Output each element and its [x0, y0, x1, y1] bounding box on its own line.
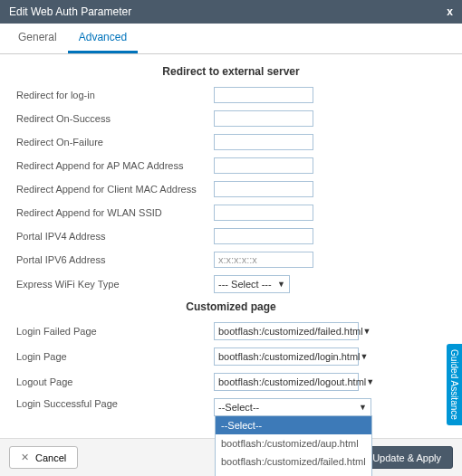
- row-express-wifi-key: Express WiFi Key Type --- Select --- ▼: [16, 275, 446, 293]
- select-login-success-value: --Select--: [218, 402, 259, 413]
- input-redirect-on-success[interactable]: [214, 110, 313, 127]
- dropdown-item[interactable]: bootflash:/customized/aup.html: [216, 434, 371, 452]
- close-icon[interactable]: x: [447, 5, 453, 18]
- label-redirect-on-success: Redirect On-Success: [16, 113, 214, 124]
- label-portal-ipv6: Portal IPV6 Address: [16, 254, 214, 265]
- input-redirect-append-client-mac[interactable]: [214, 181, 313, 197]
- x-icon: ✕: [21, 452, 29, 463]
- label-redirect-append-ap-mac: Redirect Append for AP MAC Address: [16, 160, 214, 171]
- select-login-success-page[interactable]: --Select-- ▼ --Select-- bootflash:/custo…: [214, 398, 371, 416]
- dropdown-item[interactable]: --Select--: [216, 416, 371, 434]
- row-redirect-on-failure: Redirect On-Failure: [16, 134, 446, 150]
- label-redirect-on-failure: Redirect On-Failure: [16, 137, 214, 148]
- guided-assistance-tab[interactable]: Guided Assitance: [447, 344, 462, 425]
- chevron-down-icon: ▼: [363, 327, 371, 336]
- input-redirect-append-wlan-ssid[interactable]: [214, 205, 313, 221]
- input-redirect-append-ap-mac[interactable]: [214, 157, 313, 174]
- row-portal-ipv6: Portal IPV6 Address: [16, 252, 446, 268]
- chevron-down-icon: ▼: [359, 403, 367, 412]
- select-logout-value: bootflash:/customized/logout.html: [218, 376, 366, 387]
- row-login-success-page: Login Successful Page --Select-- ▼ --Sel…: [16, 398, 446, 416]
- input-redirect-on-failure[interactable]: [214, 134, 313, 150]
- select-logout-page[interactable]: bootflash:/customized/logout.html ▼: [214, 373, 359, 391]
- input-portal-ipv6[interactable]: [214, 252, 313, 268]
- row-login-failed-page: Login Failed Page bootflash:/customized/…: [16, 322, 446, 340]
- chevron-down-icon: ▼: [361, 352, 369, 361]
- section-customized-title: Customized page: [16, 300, 446, 313]
- row-redirect-append-wlan-ssid: Redirect Append for WLAN SSID: [16, 205, 446, 221]
- dropdown-item[interactable]: bootflash:/customized/login.html: [216, 471, 371, 476]
- tab-general[interactable]: General: [7, 24, 68, 53]
- label-express-wifi-key: Express WiFi Key Type: [16, 279, 214, 290]
- dropdown-item[interactable]: bootflash:/customized/failed.html: [216, 452, 371, 471]
- select-login-page[interactable]: bootflash:/customized/login.html ▼: [214, 347, 359, 366]
- row-redirect-append-client-mac: Redirect Append for Client MAC Address: [16, 181, 446, 197]
- row-login-page: Login Page bootflash:/customized/login.h…: [16, 347, 446, 366]
- row-portal-ipv4: Portal IPV4 Address: [16, 228, 446, 244]
- label-logout-page: Logout Page: [16, 376, 214, 387]
- label-login-failed-page: Login Failed Page: [16, 326, 214, 337]
- label-redirect-login: Redirect for log-in: [16, 90, 214, 100]
- section-redirect-title: Redirect to external server: [16, 65, 446, 78]
- input-redirect-login[interactable]: [214, 87, 313, 103]
- cancel-label: Cancel: [35, 452, 66, 463]
- modal-title: Edit Web Auth Parameter: [9, 5, 131, 18]
- label-redirect-append-client-mac: Redirect Append for Client MAC Address: [16, 184, 214, 195]
- tab-bar: General Advanced: [0, 24, 462, 54]
- select-login-failed-page[interactable]: bootflash:/customized/failed.html ▼: [214, 322, 359, 340]
- label-login-success-page: Login Successful Page: [16, 398, 214, 409]
- row-redirect-append-ap-mac: Redirect Append for AP MAC Address: [16, 157, 446, 174]
- label-redirect-append-wlan-ssid: Redirect Append for WLAN SSID: [16, 207, 214, 218]
- chevron-down-icon: ▼: [366, 377, 374, 386]
- select-express-wifi-key[interactable]: --- Select --- ▼: [214, 275, 290, 293]
- form-content: Redirect to external server Redirect for…: [0, 54, 462, 452]
- label-login-page: Login Page: [16, 351, 214, 362]
- row-redirect-on-success: Redirect On-Success: [16, 110, 446, 127]
- select-login-failed-value: bootflash:/customized/failed.html: [218, 326, 363, 337]
- label-portal-ipv4: Portal IPV4 Address: [16, 231, 214, 242]
- tab-advanced[interactable]: Advanced: [68, 24, 138, 53]
- select-express-wifi-key-value: --- Select ---: [218, 279, 272, 290]
- cancel-button[interactable]: ✕ Cancel: [9, 446, 78, 469]
- select-login-value: bootflash:/customized/login.html: [218, 351, 361, 362]
- row-redirect-login: Redirect for log-in: [16, 87, 446, 103]
- dropdown-list-login-success: --Select-- bootflash:/customized/aup.htm…: [215, 415, 372, 476]
- modal-header: Edit Web Auth Parameter x: [0, 0, 462, 24]
- input-portal-ipv4[interactable]: [214, 228, 313, 244]
- update-apply-label: Update & Apply: [372, 452, 441, 463]
- row-logout-page: Logout Page bootflash:/customized/logout…: [16, 373, 446, 391]
- chevron-down-icon: ▼: [277, 280, 285, 289]
